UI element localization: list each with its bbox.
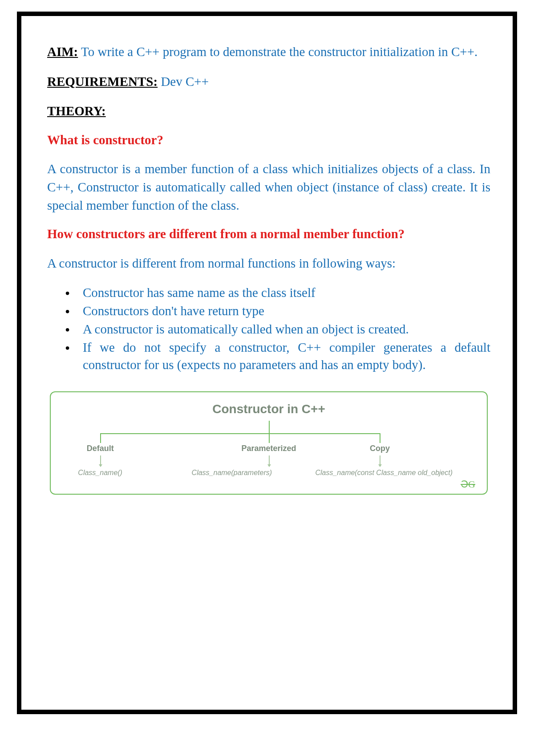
theory-paragraph: THEORY: [47,102,490,120]
requirements-heading: REQUIREMENTS: [47,74,158,89]
constructor-diagram: Constructor in C++ Default Parameterized… [50,391,488,495]
diagram-signature-default: Class_name() [78,469,122,477]
arrow-down-icon [380,455,380,465]
aim-paragraph: AIM: To write a C++ program to demonstra… [47,43,490,61]
requirements-text: Dev C++ [161,74,209,89]
diagram-type-copy: Copy [370,444,390,453]
document-content: AIM: To write a C++ program to demonstra… [21,16,513,512]
aim-text: To write a C++ program to demonstrate th… [81,45,477,59]
diagram-tree: Default Parameterized Copy Class_name() … [63,421,474,488]
answer-2-intro: A constructor is different from normal f… [47,254,490,272]
question-1: What is constructor? [47,132,490,149]
arrow-down-icon [269,455,270,465]
tree-trunk [269,421,270,433]
answer-1: A constructor is a member function of a … [47,160,490,214]
question-2: How constructors are different from a no… [47,226,490,243]
list-item: Constructors don't have return type [65,302,490,320]
diagram-watermark: ƏG [461,479,475,490]
page-frame: AIM: To write a C++ program to demonstra… [17,12,517,714]
aim-heading: AIM: [47,45,78,59]
list-item: A constructor is automatically called wh… [65,321,490,338]
tree-branch [269,433,270,443]
diagram-type-parameterized: Parameterized [241,444,296,453]
diagram-type-default: Default [87,444,114,453]
diagram-title: Constructor in C++ [63,402,474,416]
tree-branch [380,433,380,443]
requirements-paragraph: REQUIREMENTS: Dev C++ [47,73,490,91]
bullet-list: Constructor has same name as the class i… [47,284,490,374]
theory-heading: THEORY: [47,104,106,118]
list-item: Constructor has same name as the class i… [65,284,490,301]
diagram-signature-copy: Class_name(const Class_name old_object) [315,469,453,477]
list-item: If we do not specify a constructor, C++ … [65,339,490,374]
tree-branch [100,433,101,443]
arrow-down-icon [100,455,101,465]
tree-horizontal-bar [100,433,380,434]
diagram-signature-parameterized: Class_name(parameters) [192,469,272,477]
